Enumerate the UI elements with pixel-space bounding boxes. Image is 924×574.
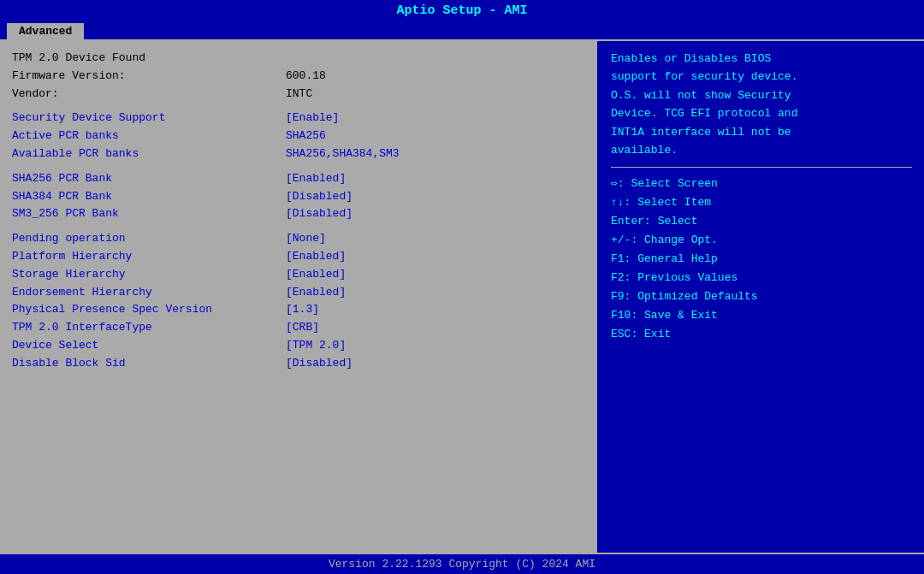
help-line-0: Enables or Disables BIOS bbox=[611, 50, 912, 68]
physical-presence-value: [1.3] bbox=[286, 301, 319, 319]
key-hints: ⇔: Select Screen ↑↓: Select Item Enter: … bbox=[611, 175, 912, 345]
available-pcr-row: Available PCR banks SHA256,SHA384,SM3 bbox=[12, 145, 585, 163]
desc-3: Change Opt. bbox=[644, 234, 718, 246]
sha256-pcr-value: [Enabled] bbox=[286, 170, 346, 188]
title-bar: Aptio Setup - AMI bbox=[0, 0, 924, 21]
device-select-value: [TPM 2.0] bbox=[286, 337, 346, 355]
vendor-value: INTC bbox=[286, 86, 312, 104]
sm3-pcr-row[interactable]: SM3_256 PCR Bank [Disabled] bbox=[12, 205, 585, 223]
endorsement-hierarchy-value: [Enabled] bbox=[286, 284, 346, 302]
sm3-pcr-label: SM3_256 PCR Bank bbox=[12, 205, 286, 223]
desc-4: General Help bbox=[637, 252, 718, 265]
desc-8: Exit bbox=[644, 328, 671, 340]
pending-op-label: Pending operation bbox=[12, 230, 286, 248]
firmware-label: Firmware Version: bbox=[12, 68, 286, 86]
tpm-interface-label: TPM 2.0 InterfaceType bbox=[12, 319, 286, 337]
tpm-interface-row[interactable]: TPM 2.0 InterfaceType [CRB] bbox=[12, 319, 585, 337]
help-line-4: INT1A interface will not be bbox=[611, 123, 912, 141]
footer-text: Version 2.22.1293 Copyright (C) 2024 AMI bbox=[329, 558, 595, 571]
help-line-1: support for security device. bbox=[611, 68, 912, 86]
title-text: Aptio Setup - AMI bbox=[396, 3, 527, 18]
key-2: Enter: bbox=[611, 215, 651, 228]
tpm-interface-value: [CRB] bbox=[286, 319, 319, 337]
sha384-pcr-value: [Disabled] bbox=[286, 188, 352, 206]
bios-screen: Aptio Setup - AMI Advanced TPM 2.0 Devic… bbox=[0, 0, 924, 574]
storage-hierarchy-label: Storage Hierarchy bbox=[12, 266, 286, 284]
storage-hierarchy-value: [Enabled] bbox=[286, 266, 346, 284]
tab-bar: Advanced bbox=[0, 21, 924, 39]
key-hint-1: ↑↓: Select Item bbox=[611, 193, 912, 212]
security-device-value: [Enable] bbox=[286, 109, 339, 127]
key-3: +/-: bbox=[611, 234, 637, 246]
right-divider bbox=[611, 167, 912, 168]
sha384-pcr-row[interactable]: SHA384 PCR Bank [Disabled] bbox=[12, 188, 585, 206]
tab-advanced[interactable]: Advanced bbox=[7, 23, 84, 39]
help-line-3: Device. TCG EFI protocol and bbox=[611, 104, 912, 122]
key-hint-8: ESC: Exit bbox=[611, 325, 912, 344]
key-hint-4: F1: General Help bbox=[611, 250, 912, 269]
device-select-label: Device Select bbox=[12, 337, 286, 355]
left-panel: TPM 2.0 Device Found Firmware Version: 6… bbox=[0, 41, 599, 553]
key-4: F1: bbox=[611, 252, 631, 265]
key-hint-2: Enter: Select bbox=[611, 212, 912, 231]
available-pcr-label: Available PCR banks bbox=[12, 145, 286, 163]
desc-5: Previous Values bbox=[637, 271, 737, 284]
active-pcr-row: Active PCR banks SHA256 bbox=[12, 127, 585, 145]
firmware-row: Firmware Version: 600.18 bbox=[12, 68, 585, 86]
sha256-pcr-row[interactable]: SHA256 PCR Bank [Enabled] bbox=[12, 170, 585, 188]
desc-6: Optimized Defaults bbox=[637, 290, 757, 303]
endorsement-hierarchy-row[interactable]: Endorsement Hierarchy [Enabled] bbox=[12, 284, 585, 302]
device-select-row[interactable]: Device Select [TPM 2.0] bbox=[12, 337, 585, 355]
sm3-pcr-value: [Disabled] bbox=[286, 205, 352, 223]
security-device-row[interactable]: Security Device Support [Enable] bbox=[12, 109, 585, 127]
key-6: F9: bbox=[611, 290, 631, 303]
platform-hierarchy-label: Platform Hierarchy bbox=[12, 248, 286, 266]
vendor-label: Vendor: bbox=[12, 86, 286, 104]
key-7: F10: bbox=[611, 309, 637, 322]
pending-op-value: [None] bbox=[286, 230, 326, 248]
endorsement-hierarchy-label: Endorsement Hierarchy bbox=[12, 284, 286, 302]
disable-block-sid-value: [Disabled] bbox=[286, 355, 352, 373]
disable-block-sid-label: Disable Block Sid bbox=[12, 355, 286, 373]
key-1: ↑↓: bbox=[611, 196, 631, 209]
available-pcr-value: SHA256,SHA384,SM3 bbox=[286, 145, 400, 163]
physical-presence-row[interactable]: Physical Presence Spec Version [1.3] bbox=[12, 301, 585, 319]
active-pcr-label: Active PCR banks bbox=[12, 127, 286, 145]
active-pcr-value: SHA256 bbox=[286, 127, 326, 145]
sha256-pcr-label: SHA256 PCR Bank bbox=[12, 170, 286, 188]
key-hint-5: F2: Previous Values bbox=[611, 269, 912, 287]
key-hint-0: ⇔: Select Screen bbox=[611, 175, 912, 193]
platform-hierarchy-value: [Enabled] bbox=[286, 248, 346, 266]
main-content: TPM 2.0 Device Found Firmware Version: 6… bbox=[0, 39, 924, 553]
key-hint-7: F10: Save & Exit bbox=[611, 306, 912, 325]
key-8: ESC: bbox=[611, 328, 637, 340]
physical-presence-label: Physical Presence Spec Version bbox=[12, 301, 286, 319]
desc-2: Select bbox=[658, 215, 698, 228]
key-hint-3: +/-: Change Opt. bbox=[611, 231, 912, 250]
desc-1: Select Item bbox=[637, 196, 711, 209]
right-panel: Enables or Disables BIOS support for sec… bbox=[599, 41, 924, 553]
pending-op-row[interactable]: Pending operation [None] bbox=[12, 230, 585, 248]
help-line-5: available. bbox=[611, 141, 912, 159]
storage-hierarchy-row[interactable]: Storage Hierarchy [Enabled] bbox=[12, 266, 585, 284]
platform-hierarchy-row[interactable]: Platform Hierarchy [Enabled] bbox=[12, 248, 585, 266]
vendor-row: Vendor: INTC bbox=[12, 86, 585, 104]
sha384-pcr-label: SHA384 PCR Bank bbox=[12, 188, 286, 206]
desc-0: Select Screen bbox=[631, 177, 717, 190]
key-5: F2: bbox=[611, 271, 631, 284]
tpm-found-label: TPM 2.0 Device Found bbox=[12, 51, 145, 64]
desc-7: Save & Exit bbox=[644, 309, 718, 322]
security-device-label: Security Device Support bbox=[12, 109, 286, 127]
help-line-2: O.S. will not show Security bbox=[611, 86, 912, 104]
key-0: ⇔: bbox=[611, 177, 625, 190]
key-hint-6: F9: Optimized Defaults bbox=[611, 287, 912, 306]
help-text: Enables or Disables BIOS support for sec… bbox=[611, 50, 912, 160]
disable-block-sid-row[interactable]: Disable Block Sid [Disabled] bbox=[12, 355, 585, 373]
firmware-value: 600.18 bbox=[286, 68, 326, 86]
tpm-found-row: TPM 2.0 Device Found bbox=[12, 50, 585, 68]
footer: Version 2.22.1293 Copyright (C) 2024 AMI bbox=[0, 553, 924, 574]
